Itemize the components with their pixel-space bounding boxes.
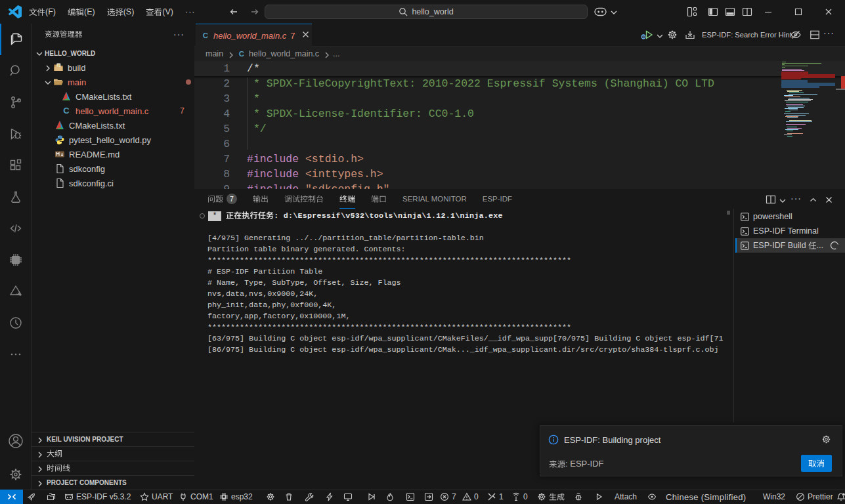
svg-text:C: C [203, 32, 208, 39]
svg-text:C: C [63, 106, 70, 116]
svg-text:C: C [239, 50, 244, 58]
